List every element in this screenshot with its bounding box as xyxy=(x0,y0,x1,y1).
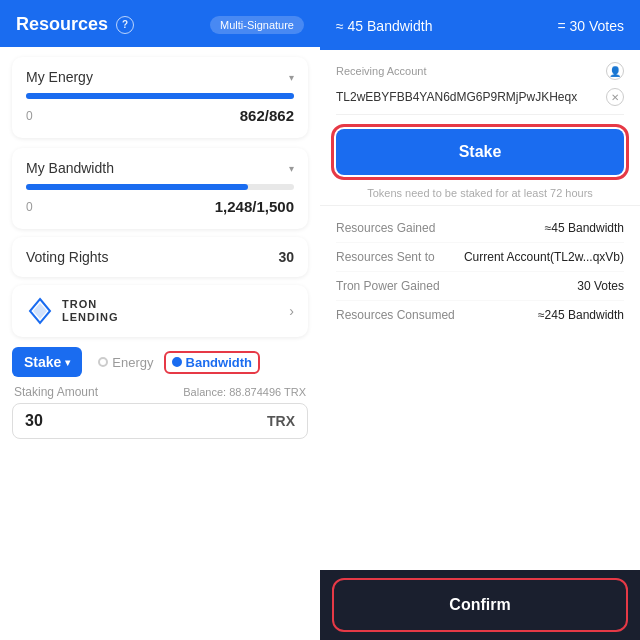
energy-label: My Energy ▾ xyxy=(26,69,294,85)
tron-lending-text: TRON LENDING xyxy=(62,298,119,324)
left-header: Resources ? Multi-Signature xyxy=(0,0,320,47)
resources-sent-value: Current Account(TL2w...qxVb) xyxy=(464,250,624,264)
resources-sent-key: Resources Sent to xyxy=(336,250,435,264)
tron-lending-chevron-icon: › xyxy=(289,303,294,319)
receiving-section: Receiving Account 👤 TL2wEBYFBB4YAN6dMG6P… xyxy=(320,50,640,115)
tron-logo: TRON LENDING xyxy=(26,297,119,325)
staking-amount-label: Staking Amount xyxy=(14,385,98,399)
energy-chevron-icon[interactable]: ▾ xyxy=(289,72,294,83)
tron-gained-value: 30 Votes xyxy=(577,279,624,293)
resources-gained-key: Resources Gained xyxy=(336,221,435,235)
tron-diamond-icon xyxy=(26,297,54,325)
help-icon[interactable]: ? xyxy=(116,16,134,34)
left-panel: Resources ? Multi-Signature My Energy ▾ … xyxy=(0,0,320,640)
tron-gained-key: Tron Power Gained xyxy=(336,279,440,293)
account-address-row: TL2wEBYFBB4YAN6dMG6P9RMjPwJKHeqx ✕ xyxy=(336,80,624,115)
energy-progress-fill xyxy=(26,93,294,99)
bandwidth-toggle-option[interactable]: Bandwidth xyxy=(164,351,260,374)
energy-progress-bg xyxy=(26,93,294,99)
staking-amount-input[interactable] xyxy=(25,412,105,430)
bandwidth-label: My Bandwidth ▾ xyxy=(26,160,294,176)
bandwidth-card: My Bandwidth ▾ 0 1,248/1,500 xyxy=(12,148,308,229)
account-icon: 👤 xyxy=(606,62,624,80)
stake-dropdown-button[interactable]: Stake ▾ xyxy=(12,347,82,377)
multi-sig-badge: Multi-Signature xyxy=(210,16,304,34)
energy-radio-icon xyxy=(98,357,108,367)
resources-consumed-key: Resources Consumed xyxy=(336,308,455,322)
stake-main-button[interactable]: Stake xyxy=(336,129,624,175)
energy-card: My Energy ▾ 0 862/862 xyxy=(12,57,308,138)
trx-currency-label: TRX xyxy=(267,413,295,429)
stake-button-container: Stake xyxy=(320,115,640,181)
stake-bar: Stake ▾ Energy Bandwidth xyxy=(12,347,308,377)
energy-toggle-option[interactable]: Energy xyxy=(98,355,153,370)
confirm-section: Confirm xyxy=(320,570,640,640)
info-row-tron-gained: Tron Power Gained 30 Votes xyxy=(336,272,624,301)
staking-amount-row: Staking Amount Balance: 88.874496 TRX xyxy=(12,385,308,399)
resources-gained-value: ≈45 Bandwidth xyxy=(545,221,624,235)
info-rows: Resources Gained ≈45 Bandwidth Resources… xyxy=(320,205,640,337)
balance-label: Balance: 88.874496 TRX xyxy=(183,386,306,398)
right-panel: ≈ 45 Bandwidth = 30 Votes Receiving Acco… xyxy=(320,0,640,640)
right-content: Receiving Account 👤 TL2wEBYFBB4YAN6dMG6P… xyxy=(320,50,640,640)
confirm-button[interactable]: Confirm xyxy=(336,582,624,628)
votes-approx: = 30 Votes xyxy=(557,18,624,34)
energy-values: 0 862/862 xyxy=(26,107,294,124)
energy-current-value: 862/862 xyxy=(240,107,294,124)
receiving-account-label: Receiving Account 👤 xyxy=(336,62,624,80)
info-row-resources-sent: Resources Sent to Current Account(TL2w..… xyxy=(336,243,624,272)
voting-value: 30 xyxy=(278,249,294,265)
voting-label: Voting Rights xyxy=(26,249,109,265)
voting-row: Voting Rights 30 xyxy=(12,237,308,277)
info-row-resources-gained: Resources Gained ≈45 Bandwidth xyxy=(336,214,624,243)
staking-input-row: TRX xyxy=(12,403,308,439)
address-text: TL2wEBYFBB4YAN6dMG6P9RMjPwJKHeqx xyxy=(336,90,577,104)
bandwidth-chevron-icon[interactable]: ▾ xyxy=(289,163,294,174)
resource-toggle: Energy Bandwidth xyxy=(98,351,260,374)
info-row-resources-consumed: Resources Consumed ≈245 Bandwidth xyxy=(336,301,624,329)
stake-note: Tokens need to be staked for at least 72… xyxy=(320,181,640,205)
bandwidth-current-value: 1,248/1,500 xyxy=(215,198,294,215)
right-top-bar: ≈ 45 Bandwidth = 30 Votes xyxy=(320,0,640,50)
bandwidth-progress-fill xyxy=(26,184,248,190)
bandwidth-progress-bg xyxy=(26,184,294,190)
clear-address-icon[interactable]: ✕ xyxy=(606,88,624,106)
stake-dropdown-arrow-icon: ▾ xyxy=(65,357,70,368)
bandwidth-approx: ≈ 45 Bandwidth xyxy=(336,18,432,34)
resources-consumed-value: ≈245 Bandwidth xyxy=(538,308,624,322)
bandwidth-votes-info: ≈ 45 Bandwidth = 30 Votes xyxy=(336,18,624,34)
page-title: Resources xyxy=(16,14,108,35)
bandwidth-values: 0 1,248/1,500 xyxy=(26,198,294,215)
bandwidth-radio-icon xyxy=(172,357,182,367)
tron-lending-row[interactable]: TRON LENDING › xyxy=(12,285,308,337)
